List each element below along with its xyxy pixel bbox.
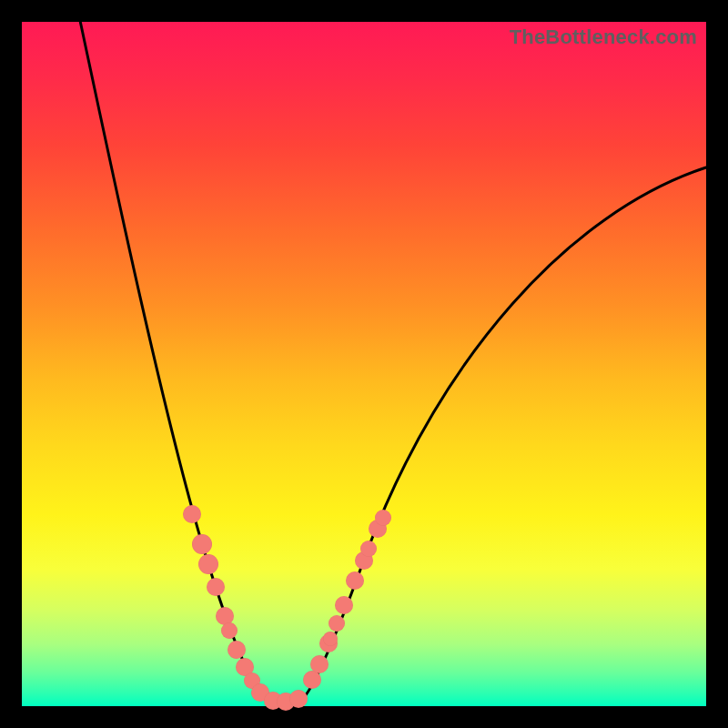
data-dot <box>323 632 338 646</box>
curve-right-branch <box>304 167 706 697</box>
data-dot <box>221 622 238 639</box>
data-dot <box>360 541 377 557</box>
chart-stage: TheBottleneck.com <box>0 0 728 728</box>
data-dot <box>310 655 329 673</box>
data-dot <box>335 596 353 614</box>
plot-area: TheBottleneck.com <box>22 22 706 706</box>
data-dot <box>289 690 308 708</box>
data-dot <box>303 671 321 689</box>
data-dot <box>198 554 218 574</box>
curve-left-branch <box>79 16 264 697</box>
data-dot <box>375 510 391 526</box>
data-dot <box>183 505 201 523</box>
data-dot <box>329 615 345 632</box>
data-dot <box>346 571 364 590</box>
data-dot <box>192 534 212 554</box>
data-dot <box>228 641 246 659</box>
data-dot <box>207 578 225 596</box>
curve-layer <box>22 22 706 706</box>
